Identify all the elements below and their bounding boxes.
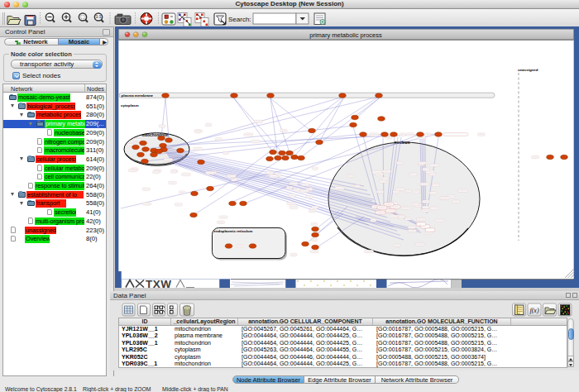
svg-text:plasma membrane: plasma membrane	[122, 93, 154, 98]
svg-text:endoplasmic reticulum: endoplasmic reticulum	[214, 229, 253, 233]
svg-text:primary metabolic process: primary metabolic process	[309, 31, 382, 39]
svg-text:cytoplasm: cytoplasm	[121, 103, 139, 108]
svg-text:unassigned: unassigned	[518, 68, 538, 72]
svg-text:1:1: 1:1	[96, 15, 102, 19]
svg-text:mitochondrion: mitochondrion	[141, 133, 168, 137]
svg-text:f(x): f(x)	[529, 307, 538, 314]
svg-text:Search:: Search:	[228, 16, 251, 23]
